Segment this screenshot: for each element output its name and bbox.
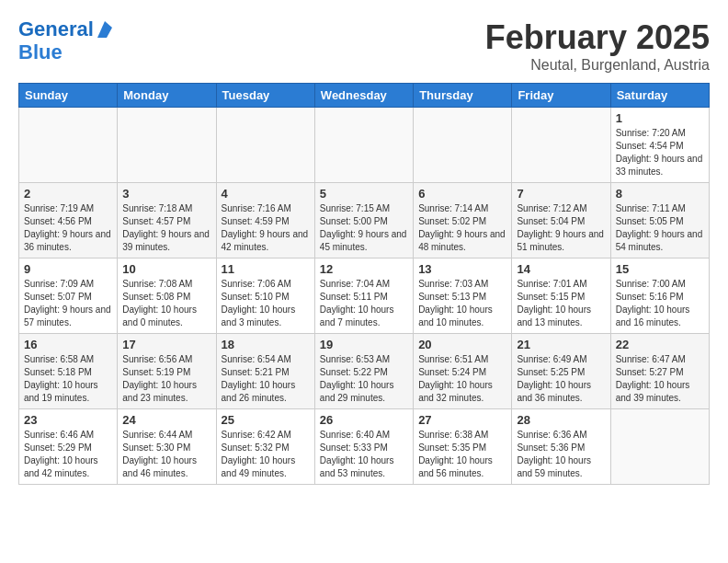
day-number: 23	[24, 413, 112, 427]
calendar-cell: 16Sunrise: 6:58 AM Sunset: 5:18 PM Dayli…	[19, 334, 118, 409]
title-block: February 2025 Neutal, Burgenland, Austri…	[485, 18, 710, 74]
day-number: 8	[616, 187, 704, 201]
page-header: General Blue February 2025 Neutal, Burge…	[18, 18, 710, 74]
calendar-cell: 28Sunrise: 6:36 AM Sunset: 5:36 PM Dayli…	[512, 409, 610, 485]
day-number: 28	[517, 413, 605, 427]
calendar-cell	[512, 108, 610, 183]
svg-marker-0	[97, 21, 112, 38]
day-number: 12	[320, 262, 408, 276]
day-info: Sunrise: 6:53 AM Sunset: 5:22 PM Dayligh…	[320, 353, 408, 405]
calendar-cell: 22Sunrise: 6:47 AM Sunset: 5:27 PM Dayli…	[610, 334, 709, 409]
calendar-cell: 11Sunrise: 7:06 AM Sunset: 5:10 PM Dayli…	[216, 259, 314, 334]
weekday-header-sunday: Sunday	[19, 84, 118, 108]
calendar-cell: 26Sunrise: 6:40 AM Sunset: 5:33 PM Dayli…	[314, 409, 413, 485]
calendar-cell: 23Sunrise: 6:46 AM Sunset: 5:29 PM Dayli…	[19, 409, 118, 485]
calendar-cell: 6Sunrise: 7:14 AM Sunset: 5:02 PM Daylig…	[414, 183, 512, 259]
calendar-table: SundayMondayTuesdayWednesdayThursdayFrid…	[18, 83, 710, 485]
day-info: Sunrise: 6:46 AM Sunset: 5:29 PM Dayligh…	[24, 429, 112, 480]
calendar-cell: 10Sunrise: 7:08 AM Sunset: 5:08 PM Dayli…	[118, 259, 216, 334]
calendar-cell	[118, 108, 216, 183]
calendar-cell: 20Sunrise: 6:51 AM Sunset: 5:24 PM Dayli…	[414, 334, 512, 409]
day-info: Sunrise: 7:06 AM Sunset: 5:10 PM Dayligh…	[222, 278, 310, 329]
weekday-header-friday: Friday	[512, 84, 610, 108]
day-number: 2	[24, 187, 112, 201]
calendar-cell	[216, 108, 314, 183]
day-number: 17	[122, 338, 210, 351]
day-info: Sunrise: 7:04 AM Sunset: 5:11 PM Dayligh…	[320, 278, 408, 329]
calendar-cell	[610, 409, 709, 485]
calendar-cell	[414, 108, 512, 183]
calendar-cell: 14Sunrise: 7:01 AM Sunset: 5:15 PM Dayli…	[512, 259, 610, 334]
day-info: Sunrise: 7:08 AM Sunset: 5:08 PM Dayligh…	[122, 278, 210, 329]
calendar-cell: 21Sunrise: 6:49 AM Sunset: 5:25 PM Dayli…	[512, 334, 610, 409]
calendar-cell: 8Sunrise: 7:11 AM Sunset: 5:05 PM Daylig…	[610, 183, 709, 259]
day-info: Sunrise: 7:20 AM Sunset: 4:54 PM Dayligh…	[616, 127, 704, 178]
day-number: 25	[222, 413, 310, 427]
calendar-cell: 9Sunrise: 7:09 AM Sunset: 5:07 PM Daylig…	[19, 259, 118, 334]
day-info: Sunrise: 6:49 AM Sunset: 5:25 PM Dayligh…	[517, 353, 605, 405]
day-number: 24	[122, 413, 210, 427]
calendar-cell: 17Sunrise: 6:56 AM Sunset: 5:19 PM Dayli…	[118, 334, 216, 409]
logo-text-line2: Blue	[18, 40, 63, 64]
day-number: 15	[616, 262, 704, 276]
calendar-cell: 13Sunrise: 7:03 AM Sunset: 5:13 PM Dayli…	[414, 259, 512, 334]
day-info: Sunrise: 6:42 AM Sunset: 5:32 PM Dayligh…	[222, 429, 310, 480]
day-info: Sunrise: 6:36 AM Sunset: 5:36 PM Dayligh…	[517, 429, 605, 480]
calendar-cell: 2Sunrise: 7:19 AM Sunset: 4:56 PM Daylig…	[19, 183, 118, 259]
day-info: Sunrise: 7:14 AM Sunset: 5:02 PM Dayligh…	[418, 202, 506, 254]
calendar-week-3: 9Sunrise: 7:09 AM Sunset: 5:07 PM Daylig…	[19, 259, 710, 334]
calendar-cell: 27Sunrise: 6:38 AM Sunset: 5:35 PM Dayli…	[414, 409, 512, 485]
day-info: Sunrise: 7:00 AM Sunset: 5:16 PM Dayligh…	[616, 278, 704, 329]
day-info: Sunrise: 7:03 AM Sunset: 5:13 PM Dayligh…	[418, 278, 506, 329]
day-number: 20	[418, 338, 506, 351]
calendar-cell: 24Sunrise: 6:44 AM Sunset: 5:30 PM Dayli…	[118, 409, 216, 485]
calendar-header-row: SundayMondayTuesdayWednesdayThursdayFrid…	[19, 84, 710, 108]
day-number: 21	[517, 338, 605, 351]
weekday-header-thursday: Thursday	[414, 84, 512, 108]
day-number: 7	[517, 187, 605, 201]
day-info: Sunrise: 7:11 AM Sunset: 5:05 PM Dayligh…	[616, 202, 704, 254]
day-info: Sunrise: 6:54 AM Sunset: 5:21 PM Dayligh…	[222, 353, 310, 405]
calendar-cell: 7Sunrise: 7:12 AM Sunset: 5:04 PM Daylig…	[512, 183, 610, 259]
weekday-header-tuesday: Tuesday	[216, 84, 314, 108]
calendar-week-1: 1Sunrise: 7:20 AM Sunset: 4:54 PM Daylig…	[19, 108, 710, 183]
day-info: Sunrise: 6:44 AM Sunset: 5:30 PM Dayligh…	[122, 429, 210, 480]
calendar-cell: 4Sunrise: 7:16 AM Sunset: 4:59 PM Daylig…	[216, 183, 314, 259]
day-number: 4	[222, 187, 310, 201]
day-info: Sunrise: 7:01 AM Sunset: 5:15 PM Dayligh…	[517, 278, 605, 329]
day-info: Sunrise: 7:16 AM Sunset: 4:59 PM Dayligh…	[222, 202, 310, 254]
day-number: 1	[616, 111, 704, 125]
day-number: 27	[418, 413, 506, 427]
day-info: Sunrise: 6:56 AM Sunset: 5:19 PM Dayligh…	[122, 353, 210, 405]
location-subtitle: Neutal, Burgenland, Austria	[485, 57, 710, 74]
day-number: 26	[320, 413, 408, 427]
logo: General Blue	[18, 18, 114, 64]
day-number: 9	[24, 262, 112, 276]
day-number: 6	[418, 187, 506, 201]
calendar-week-4: 16Sunrise: 6:58 AM Sunset: 5:18 PM Dayli…	[19, 334, 710, 409]
day-info: Sunrise: 7:12 AM Sunset: 5:04 PM Dayligh…	[517, 202, 605, 254]
day-info: Sunrise: 6:38 AM Sunset: 5:35 PM Dayligh…	[418, 429, 506, 480]
day-number: 18	[222, 338, 310, 351]
day-number: 22	[616, 338, 704, 351]
calendar-cell: 19Sunrise: 6:53 AM Sunset: 5:22 PM Dayli…	[314, 334, 413, 409]
day-info: Sunrise: 7:15 AM Sunset: 5:00 PM Dayligh…	[320, 202, 408, 254]
calendar-week-2: 2Sunrise: 7:19 AM Sunset: 4:56 PM Daylig…	[19, 183, 710, 259]
calendar-cell	[19, 108, 118, 183]
calendar-week-5: 23Sunrise: 6:46 AM Sunset: 5:29 PM Dayli…	[19, 409, 710, 485]
month-title: February 2025	[485, 18, 710, 57]
day-number: 5	[320, 187, 408, 201]
weekday-header-saturday: Saturday	[610, 84, 709, 108]
day-info: Sunrise: 7:19 AM Sunset: 4:56 PM Dayligh…	[24, 202, 112, 254]
calendar-cell: 1Sunrise: 7:20 AM Sunset: 4:54 PM Daylig…	[610, 108, 709, 183]
calendar-cell: 3Sunrise: 7:18 AM Sunset: 4:57 PM Daylig…	[118, 183, 216, 259]
day-number: 11	[222, 262, 310, 276]
calendar-cell: 12Sunrise: 7:04 AM Sunset: 5:11 PM Dayli…	[314, 259, 413, 334]
calendar-cell: 25Sunrise: 6:42 AM Sunset: 5:32 PM Dayli…	[216, 409, 314, 485]
day-info: Sunrise: 7:09 AM Sunset: 5:07 PM Dayligh…	[24, 278, 112, 329]
day-number: 13	[418, 262, 506, 276]
day-number: 16	[24, 338, 112, 351]
day-number: 14	[517, 262, 605, 276]
day-info: Sunrise: 6:47 AM Sunset: 5:27 PM Dayligh…	[616, 353, 704, 405]
day-info: Sunrise: 6:58 AM Sunset: 5:18 PM Dayligh…	[24, 353, 112, 405]
